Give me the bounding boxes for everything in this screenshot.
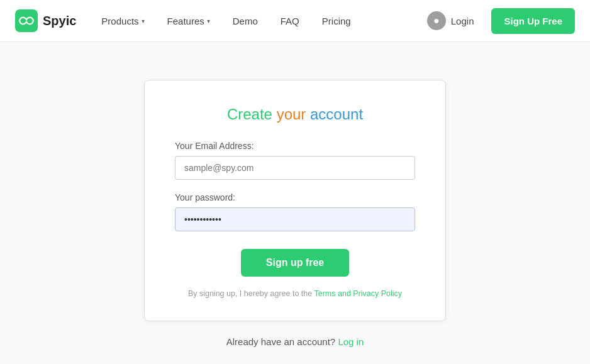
nav-products-label: Products (101, 16, 138, 26)
nav-faq[interactable]: FAQ (270, 11, 309, 31)
title-your: your (277, 106, 306, 123)
login-label: Login (451, 16, 474, 26)
title-create: Create (227, 106, 272, 123)
nav-right: ● Login Sign Up Free (417, 6, 575, 35)
brand-logo (15, 9, 38, 32)
password-input[interactable] (175, 207, 415, 231)
card-title: Create your account (175, 106, 415, 123)
brand-name: Spyic (43, 14, 76, 28)
email-field-group: Your Email Address: (175, 141, 415, 180)
nav-demo[interactable]: Demo (223, 11, 268, 31)
title-account: account (310, 106, 363, 123)
terms-link[interactable]: Terms and Privacy Policy (314, 289, 402, 298)
terms-prefix: By signing up, I hereby agree to the (188, 289, 314, 298)
below-card-text: Already have an account? Log in (226, 336, 364, 347)
already-have-account-text: Already have an account? (226, 336, 335, 347)
terms-text: By signing up, I hereby agree to the Ter… (175, 289, 415, 298)
brand-link[interactable]: Spyic (15, 9, 76, 32)
navbar: Spyic Products ▾ Features ▾ Demo FAQ Pri… (0, 0, 590, 42)
nav-pricing-label: Pricing (322, 16, 351, 26)
nav-pricing[interactable]: Pricing (312, 11, 361, 31)
nav-signup-button[interactable]: Sign Up Free (491, 8, 575, 34)
chevron-down-icon: ▾ (207, 18, 210, 25)
signup-card: Create your account Your Email Address: … (144, 80, 446, 321)
nav-links: Products ▾ Features ▾ Demo FAQ Pricing (91, 11, 416, 31)
email-input[interactable] (175, 156, 415, 180)
log-in-link[interactable]: Log in (338, 336, 364, 347)
chevron-down-icon: ▾ (142, 18, 145, 25)
nav-products[interactable]: Products ▾ (91, 11, 154, 31)
password-field-group: Your password: (175, 192, 415, 231)
password-label: Your password: (175, 192, 415, 202)
nav-features-label: Features (167, 16, 204, 26)
login-button[interactable]: ● Login (417, 6, 484, 35)
user-icon: ● (427, 11, 446, 30)
nav-features[interactable]: Features ▾ (157, 11, 220, 31)
main-content: Create your account Your Email Address: … (0, 42, 590, 364)
submit-signup-button[interactable]: Sign up free (241, 249, 349, 277)
email-label: Your Email Address: (175, 141, 415, 151)
nav-faq-label: FAQ (281, 16, 299, 26)
nav-demo-label: Demo (233, 16, 258, 26)
